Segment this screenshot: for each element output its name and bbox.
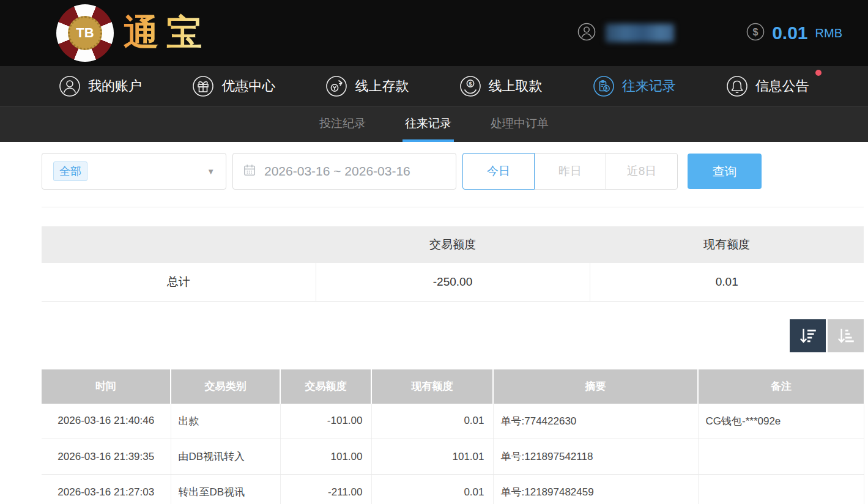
balance-currency: RMB xyxy=(815,26,842,40)
quick-btn-last-8-days[interactable]: 近8日 xyxy=(606,153,678,190)
cell-current-balance: 101.01 xyxy=(371,439,493,475)
nav-item-withdraw[interactable]: $ 线上取款 xyxy=(459,75,543,97)
cell-type: 转出至DB视讯 xyxy=(171,475,280,504)
summary-header-transaction: 交易额度 xyxy=(316,226,590,263)
table-row: 2026-03-16 21:39:35 由DB视讯转入 101.00 101.0… xyxy=(42,439,864,475)
filter-row: 全部 ▼ 2026-03-16 ~ 2026-03-16 今日 昨日 xyxy=(42,153,864,207)
cell-remarks xyxy=(698,475,864,504)
quick-btn-yesterday[interactable]: 昨日 xyxy=(534,153,606,190)
user-circle-icon xyxy=(59,75,81,97)
poker-chip-icon: TB xyxy=(56,4,114,62)
cell-transaction-amount: 101.00 xyxy=(280,439,371,475)
summary-total-row: 总计 -250.00 0.01 xyxy=(42,263,864,301)
dollar-circle-icon: $ xyxy=(746,23,765,43)
records-header-row: 时间 交易类别 交易额度 现有额度 摘要 备注 xyxy=(42,369,864,404)
svg-text:$: $ xyxy=(753,27,759,37)
nav-item-deposit[interactable]: 线上存款 xyxy=(325,75,409,97)
bell-icon xyxy=(726,75,748,97)
content-area: 全部 ▼ 2026-03-16 ~ 2026-03-16 今日 昨日 xyxy=(0,142,868,504)
nav-label: 信息公告 xyxy=(755,77,809,95)
cell-time: 2026-03-16 21:27:03 xyxy=(42,475,171,504)
cell-time: 2026-03-16 21:39:35 xyxy=(42,439,171,475)
chevron-down-icon: ▼ xyxy=(207,167,215,176)
tab-processing-orders[interactable]: 处理中订单 xyxy=(488,107,551,142)
col-header-remarks: 备注 xyxy=(698,369,864,404)
date-range-value: 2026-03-16 ~ 2026-03-16 xyxy=(264,164,410,179)
cell-time: 2026-03-16 21:40:46 xyxy=(42,404,171,439)
clipboard-clock-icon xyxy=(593,75,615,97)
deposit-coin-icon xyxy=(325,75,347,97)
summary-total-transaction: -250.00 xyxy=(316,263,590,301)
cell-current-balance: 0.01 xyxy=(371,404,493,439)
col-header-current-balance: 现有额度 xyxy=(371,369,493,404)
quick-date-group: 今日 昨日 近8日 xyxy=(462,153,678,190)
col-header-type: 交易类别 xyxy=(171,369,280,404)
sort-ascending-button[interactable] xyxy=(828,319,864,352)
svg-text:$: $ xyxy=(469,81,472,87)
withdraw-coin-icon: $ xyxy=(459,75,481,97)
date-range-input[interactable]: 2026-03-16 ~ 2026-03-16 xyxy=(232,153,456,190)
user-account[interactable] xyxy=(577,23,674,43)
notification-dot xyxy=(815,70,822,76)
calendar-icon xyxy=(243,163,256,180)
cell-summary: 单号:121897482459 xyxy=(493,475,698,504)
sub-tab-bar: 投注纪录 往来记录 处理中订单 xyxy=(0,107,868,142)
cell-type: 出款 xyxy=(171,404,280,439)
nav-item-records[interactable]: 往来记录 xyxy=(593,75,676,97)
cell-summary: 单号:774422630 xyxy=(493,404,698,439)
col-header-summary: 摘要 xyxy=(493,369,698,404)
quick-btn-today[interactable]: 今日 xyxy=(462,153,535,190)
cell-remarks xyxy=(698,439,864,475)
nav-label: 优惠中心 xyxy=(221,77,275,95)
nav-item-promotions[interactable]: 优惠中心 xyxy=(192,75,275,97)
records-table: 时间 交易类别 交易额度 现有额度 摘要 备注 2026-03-16 21:40… xyxy=(42,369,864,504)
cell-summary: 单号:121897542118 xyxy=(493,439,698,475)
summary-header-balance: 现有额度 xyxy=(590,226,864,263)
table-row: 2026-03-16 21:40:46 出款 -101.00 0.01 单号:7… xyxy=(42,404,864,439)
page: TB 通宝 $ xyxy=(0,0,868,504)
summary-total-label: 总计 xyxy=(42,263,316,301)
gift-icon xyxy=(192,75,214,97)
summary-header-row: 交易额度 现有额度 xyxy=(42,226,864,263)
sort-descending-button[interactable] xyxy=(790,319,826,352)
top-right-group: $ 0.01 RMB xyxy=(577,23,842,43)
search-button[interactable]: 查询 xyxy=(688,154,762,189)
summary-table: 交易额度 现有额度 总计 -250.00 0.01 xyxy=(42,226,864,302)
top-header: TB 通宝 $ xyxy=(0,0,868,66)
cell-transaction-amount: -101.00 xyxy=(280,404,371,439)
tab-transaction-records[interactable]: 往来记录 xyxy=(402,107,454,142)
cell-current-balance: 0.01 xyxy=(371,475,493,504)
nav-item-my-account[interactable]: 我的账户 xyxy=(59,75,142,97)
brand-logo[interactable]: TB 通宝 xyxy=(56,4,209,62)
col-header-time: 时间 xyxy=(42,369,171,404)
main-nav: 我的账户 优惠中心 xyxy=(0,66,868,107)
cell-remarks: CG钱包-***092e xyxy=(698,404,864,439)
nav-item-announcements[interactable]: 信息公告 xyxy=(726,75,809,97)
sort-controls xyxy=(42,319,864,352)
balance-amount: 0.01 xyxy=(772,23,807,43)
chip-monogram: TB xyxy=(68,16,102,50)
nav-label: 我的账户 xyxy=(88,77,142,95)
brand-name: 通宝 xyxy=(124,9,209,57)
nav-label: 线上存款 xyxy=(355,77,409,95)
type-select[interactable]: 全部 ▼ xyxy=(42,153,226,190)
summary-total-balance: 0.01 xyxy=(590,263,864,301)
cell-transaction-amount: -211.00 xyxy=(280,475,371,504)
summary-header-empty xyxy=(42,226,316,263)
username-blurred xyxy=(606,24,674,42)
nav-label: 线上取款 xyxy=(489,77,543,95)
tab-betting-records[interactable]: 投注纪录 xyxy=(317,107,368,142)
col-header-transaction-amount: 交易额度 xyxy=(280,369,371,404)
user-avatar-icon xyxy=(577,23,596,43)
cell-type: 由DB视讯转入 xyxy=(171,439,280,475)
type-select-value: 全部 xyxy=(53,161,87,181)
nav-label: 往来记录 xyxy=(622,77,676,95)
balance[interactable]: $ 0.01 RMB xyxy=(746,23,842,43)
table-row: 2026-03-16 21:27:03 转出至DB视讯 -211.00 0.01… xyxy=(42,475,864,504)
